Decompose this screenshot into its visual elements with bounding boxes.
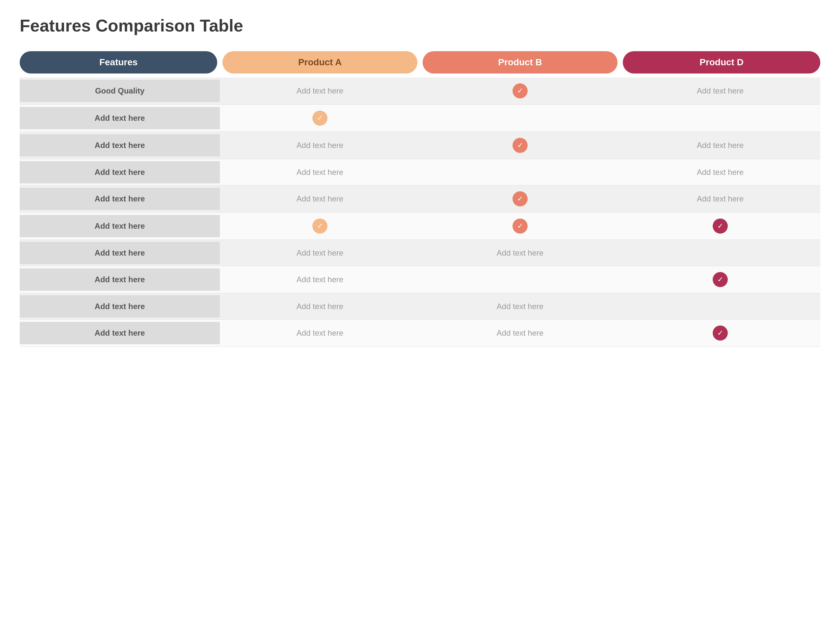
value-cell-d: Add text here bbox=[620, 188, 820, 209]
check-icon: ✓ bbox=[313, 218, 327, 234]
value-cell-d: ✓ bbox=[620, 213, 820, 240]
table-row: Good QualityAdd text here✓Add text here bbox=[20, 77, 820, 105]
feature-cell: Add text here bbox=[20, 322, 220, 344]
value-cell-b: ✓ bbox=[420, 213, 620, 240]
value-cell-d bbox=[620, 247, 820, 259]
table-row: Add text hereAdd text hereAdd text here bbox=[20, 293, 820, 320]
feature-cell: Add text here bbox=[20, 268, 220, 291]
value-cell-a: ✓ bbox=[220, 105, 420, 131]
value-cell-a: Add text here bbox=[220, 296, 420, 317]
check-icon: ✓ bbox=[713, 218, 728, 234]
check-icon: ✓ bbox=[713, 272, 728, 287]
check-icon: ✓ bbox=[313, 111, 327, 126]
value-cell-b: Add text here bbox=[420, 322, 620, 344]
feature-cell: Add text here bbox=[20, 242, 220, 264]
table-row: Add text hereAdd text here✓ bbox=[20, 266, 820, 293]
value-cell-d: Add text here bbox=[620, 81, 820, 101]
value-cell-b bbox=[420, 166, 620, 178]
header-product-b: Product B bbox=[423, 51, 617, 74]
check-icon: ✓ bbox=[513, 191, 527, 206]
feature-cell: Add text here bbox=[20, 188, 220, 210]
feature-cell: Add text here bbox=[20, 161, 220, 183]
value-cell-b: ✓ bbox=[420, 77, 620, 104]
value-cell-b: ✓ bbox=[420, 185, 620, 212]
value-cell-a: Add text here bbox=[220, 269, 420, 290]
table-row: Add text hereAdd text hereAdd text here✓ bbox=[20, 320, 820, 347]
table-row: Add text hereAdd text here✓Add text here bbox=[20, 132, 820, 159]
header-features: Features bbox=[20, 51, 217, 74]
value-cell-b: ✓ bbox=[420, 132, 620, 159]
check-icon: ✓ bbox=[513, 218, 527, 234]
feature-cell: Add text here bbox=[20, 215, 220, 237]
value-cell-a: ✓ bbox=[220, 213, 420, 240]
value-cell-d: ✓ bbox=[620, 266, 820, 293]
table-header: Features Product A Product B Product D bbox=[20, 51, 820, 74]
value-cell-d: ✓ bbox=[620, 320, 820, 346]
table-body: Good QualityAdd text here✓Add text hereA… bbox=[20, 77, 820, 347]
table-row: Add text here✓ bbox=[20, 105, 820, 132]
table-row: Add text here✓✓✓ bbox=[20, 213, 820, 240]
header-product-a: Product A bbox=[223, 51, 417, 74]
value-cell-b: Add text here bbox=[420, 243, 620, 264]
value-cell-d: Add text here bbox=[620, 162, 820, 183]
value-cell-d bbox=[620, 112, 820, 124]
value-cell-b: Add text here bbox=[420, 296, 620, 317]
comparison-table: Features Product A Product B Product D G… bbox=[20, 51, 820, 347]
check-icon: ✓ bbox=[513, 138, 527, 153]
value-cell-d: Add text here bbox=[620, 135, 820, 156]
table-row: Add text hereAdd text hereAdd text here bbox=[20, 240, 820, 266]
check-icon: ✓ bbox=[513, 83, 527, 98]
table-row: Add text hereAdd text hereAdd text here bbox=[20, 159, 820, 185]
table-row: Add text hereAdd text here✓Add text here bbox=[20, 185, 820, 213]
value-cell-b bbox=[420, 112, 620, 124]
value-cell-a: Add text here bbox=[220, 188, 420, 209]
feature-cell: Add text here bbox=[20, 107, 220, 129]
value-cell-a: Add text here bbox=[220, 243, 420, 264]
check-icon: ✓ bbox=[713, 325, 728, 341]
value-cell-a: Add text here bbox=[220, 162, 420, 183]
feature-cell: Add text here bbox=[20, 134, 220, 156]
feature-cell: Add text here bbox=[20, 295, 220, 317]
value-cell-a: Add text here bbox=[220, 135, 420, 156]
header-product-d: Product D bbox=[623, 51, 820, 74]
page-title: Features Comparison Table bbox=[20, 16, 820, 35]
value-cell-b bbox=[420, 274, 620, 286]
value-cell-a: Add text here bbox=[220, 322, 420, 344]
value-cell-d bbox=[620, 300, 820, 313]
value-cell-a: Add text here bbox=[220, 81, 420, 101]
feature-cell: Good Quality bbox=[20, 80, 220, 102]
